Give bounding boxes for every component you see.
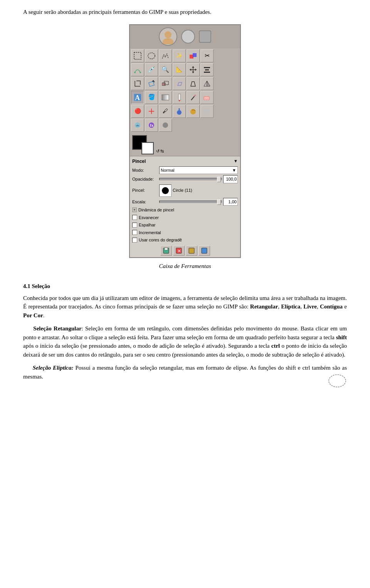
svg-marker-22 [191,82,195,86]
paintbrush-icon[interactable] [187,91,200,104]
eliptica-title-em: Seleção Elíptica: [33,365,74,371]
fuzzy-select-icon[interactable]: ✨ [173,49,186,62]
svg-text:A: A [135,94,140,102]
eraser-icon[interactable] [200,91,214,104]
flip-icon[interactable] [200,77,214,90]
ellipse-select-icon[interactable] [145,49,158,62]
desaturate-icon[interactable] [131,119,144,132]
blend-icon[interactable] [159,91,172,104]
crop-icon[interactable] [131,77,144,90]
toolbox-header [130,25,240,48]
scale-icon[interactable] [159,77,172,90]
scatter-label: Espalhar [139,222,155,228]
svg-rect-19 [162,83,165,85]
svg-marker-10 [192,66,194,68]
svg-rect-5 [193,53,197,57]
bold-eliptica: Elíptica [281,303,300,310]
color-select-icon[interactable] [187,49,200,62]
svg-text:✕: ✕ [177,248,181,254]
opacity-slider[interactable] [159,178,222,180]
toolbox-header-icons [159,27,211,46]
gimp-panel: Pincel ▼ Modo: Normal ▼ Opacidade: 100 [130,156,240,257]
fade-row: Esvanecer [132,214,238,221]
rect-select-icon[interactable] [131,49,144,62]
delete-btn[interactable]: ✕ [173,246,185,256]
opacity-value: 100,0 [223,175,238,183]
reset-colors[interactable]: ↺ [156,148,160,154]
gimp-toolbox: ✨ ✂ 💉 🔍 📐 [129,24,241,258]
tool3-icon[interactable] [159,119,172,132]
ctrl-key: ctrl [271,343,280,349]
bold-livre: Livre [303,303,317,310]
retangular-title: Seleção Retangular [33,325,81,332]
scatter-row: Espalhar [132,222,238,228]
opacity-field: 100,0 [159,175,238,183]
svg-marker-13 [195,69,197,71]
paths-icon[interactable] [131,63,144,76]
scale-field: 1,00 [159,198,238,206]
fade-checkbox[interactable] [132,215,137,220]
avatar2-icon [181,30,195,44]
shear-icon[interactable] [173,77,186,90]
panel-collapse-icon[interactable]: ▼ [234,158,238,164]
zoom-icon[interactable]: 🔍 [159,63,172,76]
bucket-fill-icon[interactable]: 🪣 [145,91,158,104]
mode-select[interactable]: Normal ▼ [159,166,238,174]
move-icon[interactable] [187,63,200,76]
shift-key: shift [336,334,347,340]
fade-label: Esvanecer [139,214,159,221]
scale-value: 1,00 [223,198,238,206]
background-color[interactable] [141,142,154,154]
clone-icon[interactable]: 🔴 [131,105,144,118]
text-icon[interactable]: A [131,91,144,104]
brush-label: Pincel: [132,187,159,194]
scatter-checkbox[interactable] [132,223,137,228]
icon-row-3 [131,77,239,90]
scale-slider[interactable] [159,201,222,203]
dodge-burn-icon[interactable] [200,105,214,118]
section-41-title: 4.1 Seleção [23,282,347,291]
dynamic-expand-icon[interactable]: + [132,208,137,212]
pencil-icon[interactable] [173,91,186,104]
ink-icon[interactable] [173,105,186,118]
gradient-checkbox[interactable] [132,238,137,243]
opacity-row: Opacidade: 100,0 [132,175,238,183]
svg-text:fx: fx [150,123,154,127]
heal-icon[interactable] [145,105,158,118]
scissors-icon[interactable]: ✂ [200,49,214,62]
rotate-icon[interactable] [145,77,158,90]
perspective-icon[interactable] [187,77,200,90]
color-picker-icon[interactable]: 💉 [145,63,158,76]
brush-preview[interactable] [159,184,172,197]
incremental-checkbox[interactable] [132,230,137,235]
toolbox-caption: Caixa de Ferramentas [159,262,211,271]
toolbox-icon-grid: ✨ ✂ 💉 🔍 📐 [130,48,240,134]
dynamic-brush-row: + Dinâmica de pincel [132,207,238,213]
save-btn[interactable] [160,246,172,256]
colors-area: ↺ ⇆ [130,134,240,156]
airbrush-icon[interactable]: 🖋 [159,105,172,118]
smudge-icon[interactable] [187,105,200,118]
measure-icon[interactable]: 📐 [173,63,186,76]
refresh-btn[interactable] [198,246,210,256]
icon-row-2: 💉 🔍 📐 [131,63,239,76]
icon-row-4: A 🪣 [131,91,239,104]
icon-row-5: 🔴 🖋 [131,105,239,118]
align-icon[interactable] [200,63,214,76]
svg-rect-48 [202,248,207,253]
restore-btn[interactable] [186,246,197,256]
section-41-paragraph2: Seleção Retangular: Seleção em forma de … [23,324,347,359]
incremental-row: Incremental [132,230,238,236]
svg-marker-23 [204,81,207,86]
free-select-icon[interactable] [159,49,172,62]
gradient-label: Usar cores do degradê [139,237,182,243]
svg-rect-47 [189,248,194,253]
svg-point-7 [140,72,141,73]
panel-title: Pincel [132,158,146,165]
svg-point-42 [163,122,168,128]
swap-colors[interactable]: ⇆ [160,148,164,154]
svg-point-49 [329,375,346,387]
avatar-icon [159,27,177,46]
script-fu-icon[interactable]: fx [145,119,158,132]
dynamic-label: Dinâmica de pincel [138,207,174,213]
